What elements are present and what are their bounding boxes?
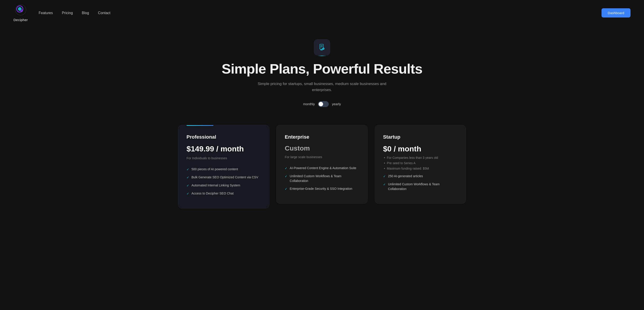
nav-features[interactable]: Features — [39, 11, 53, 15]
nav-blog[interactable]: Blog — [82, 11, 89, 15]
plan-professional-price: $149.99 / month — [186, 145, 261, 153]
toggle-thumb — [319, 102, 323, 106]
svg-point-3 — [20, 9, 23, 12]
feature-item: ✓ Unlimited Custom Workflows & Team Coll… — [383, 182, 458, 191]
feature-text: Unlimited Custom Workflows & Team Collab… — [388, 182, 458, 191]
bullet-item: Maximum funding raised: $5M — [383, 167, 458, 170]
plan-startup: Startup $0 / month For Companies less th… — [375, 125, 466, 204]
plan-professional-name: Professional — [186, 134, 261, 140]
feature-item: ✓ Bulk Generate SEO Optimized Content vi… — [186, 175, 261, 180]
hero-subtitle: Simple pricing for startups, small busin… — [254, 81, 390, 93]
feature-item: ✓ 250 AI-generated articles — [383, 174, 458, 179]
logo-text: Decipher — [14, 18, 28, 22]
plan-professional-desc: For Individuals to businesses — [186, 156, 261, 160]
plan-professional: Professional $149.99 / month For Individ… — [178, 125, 269, 208]
plan-professional-features: ✓ 500 pieces of AI powered content ✓ Bul… — [186, 167, 261, 196]
feature-text: Bulk Generate SEO Optimized Content via … — [192, 175, 258, 180]
dashboard-button[interactable]: Dashboard — [602, 8, 630, 17]
billing-toggle-switch[interactable] — [318, 101, 329, 107]
bullet-item: For Companies less than 3 years old — [383, 156, 458, 159]
hero-icon-box — [314, 39, 330, 55]
nav-left: Decipher Features Pricing Blog Contact — [14, 4, 110, 22]
check-icon: ✓ — [186, 183, 189, 188]
check-icon: ✓ — [285, 187, 288, 191]
plan-startup-bullets: For Companies less than 3 years old Pre … — [383, 156, 458, 170]
pricing-section: Professional $149.99 / month For Individ… — [165, 125, 479, 226]
svg-rect-5 — [320, 49, 323, 50]
document-icon — [318, 44, 326, 51]
check-icon: ✓ — [285, 166, 288, 171]
plan-enterprise-desc: For large scale businesses — [285, 155, 359, 159]
feature-item: ✓ Automated Internal Linking System — [186, 183, 261, 188]
feature-item: ✓ 500 pieces of AI powered content — [186, 167, 261, 172]
feature-item: ✓ Access to Decipher SEO Chat — [186, 191, 261, 196]
plan-enterprise-name: Enterprise — [285, 134, 359, 140]
check-icon: ✓ — [186, 191, 189, 196]
feature-text: Enterprise-Grade Security & SSO Integrat… — [290, 186, 352, 191]
svg-point-11 — [323, 49, 324, 49]
nav-pricing[interactable]: Pricing — [62, 11, 73, 15]
feature-item: ✓ Unlimited Custom Workflows & Team Coll… — [285, 174, 359, 183]
hero-icon-wrap — [4, 39, 640, 55]
feature-text: Unlimited Custom Workflows & Team Collab… — [290, 174, 359, 183]
feature-item: ✓ AI-Powered Content Engine & Automation… — [285, 166, 359, 171]
nav-links: Features Pricing Blog Contact — [39, 11, 110, 15]
hero-section: Simple Plans, Powerful Results Simple pr… — [0, 26, 644, 125]
check-icon: ✓ — [285, 174, 288, 179]
yearly-label: yearly — [332, 102, 341, 106]
check-icon: ✓ — [186, 175, 189, 180]
check-icon: ✓ — [186, 167, 189, 172]
feature-item: ✓ Enterprise-Grade Security & SSO Integr… — [285, 186, 359, 191]
hero-title: Simple Plans, Powerful Results — [4, 61, 640, 77]
feature-text: Automated Internal Linking System — [192, 183, 240, 188]
featured-bar — [186, 125, 214, 126]
nav-contact[interactable]: Contact — [98, 11, 110, 15]
bullet-item: Pre seed to Series A — [383, 161, 458, 165]
navigation: Decipher Features Pricing Blog Contact D… — [0, 0, 644, 26]
logo-icon — [15, 4, 26, 16]
feature-text: 250 AI-generated articles — [388, 174, 423, 178]
check-icon: ✓ — [383, 174, 386, 179]
plan-enterprise-features: ✓ AI-Powered Content Engine & Automation… — [285, 166, 359, 191]
plan-enterprise-price: Custom — [285, 145, 359, 152]
plan-startup-name: Startup — [383, 134, 458, 140]
plan-startup-features: ✓ 250 AI-generated articles ✓ Unlimited … — [383, 174, 458, 191]
logo[interactable]: Decipher — [14, 4, 28, 22]
monthly-label: monthly — [303, 102, 315, 106]
feature-text: AI-Powered Content Engine & Automation S… — [290, 166, 356, 170]
feature-text: 500 pieces of AI powered content — [192, 167, 238, 172]
check-icon: ✓ — [383, 182, 386, 187]
plan-enterprise: Enterprise Custom For large scale busine… — [276, 125, 368, 204]
feature-text: Access to Decipher SEO Chat — [192, 191, 234, 196]
plan-startup-price: $0 / month — [383, 145, 458, 153]
billing-toggle: monthly yearly — [4, 101, 640, 107]
